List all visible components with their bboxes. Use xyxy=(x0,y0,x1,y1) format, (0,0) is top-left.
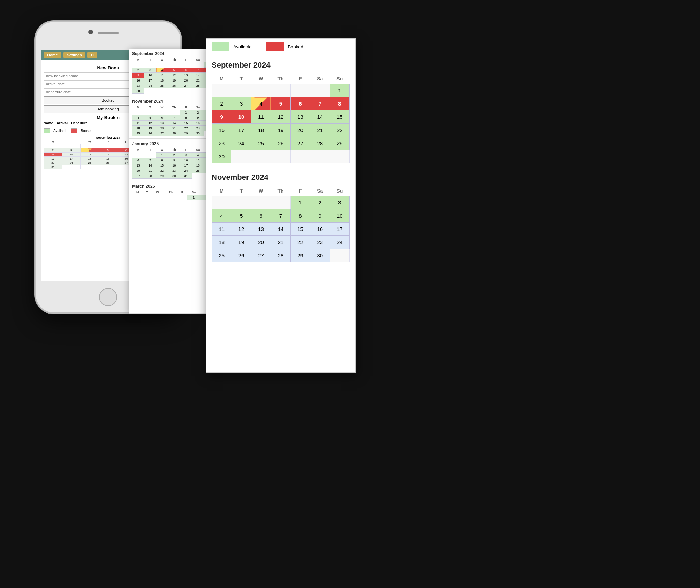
large-available-box xyxy=(212,42,229,51)
large-calendar-panel: Available Booked September 2024 MTWThFSa… xyxy=(206,38,356,373)
large-cal-nov: MTWThFSaSu 123 45678910 11121314151617 1… xyxy=(212,186,350,262)
nav-settings[interactable]: Settings xyxy=(63,52,85,58)
booked-legend-box xyxy=(71,128,77,133)
strip-cal-nov: MTWThFSaSu 123 45678910 11121314151617 1… xyxy=(132,105,216,136)
nav-home[interactable]: Home xyxy=(44,52,61,58)
large-nov2024: November 2024 MTWThFSaSu 123 45678910 11… xyxy=(206,167,355,266)
booked-label: Booked xyxy=(81,129,92,133)
phone-speaker xyxy=(98,32,119,34)
col-arrival: Arrival xyxy=(56,121,68,125)
strip-cal-mar: MTWThFSaSu 12 xyxy=(132,190,216,202)
large-sep-title: September 2024 xyxy=(212,61,350,70)
large-sep2024: September 2024 MTWThFSaSu 1 2345678 9101… xyxy=(206,55,355,167)
large-available-label: Available xyxy=(233,44,252,49)
nav-other[interactable]: H xyxy=(88,52,97,58)
available-legend-box xyxy=(44,128,50,133)
large-cal-sep: MTWThFSaSu 1 2345678 9101112131415 16171… xyxy=(212,74,350,163)
large-nov-title: November 2024 xyxy=(212,173,350,182)
large-booked-label: Booked xyxy=(288,44,303,49)
large-booked-box xyxy=(266,42,284,51)
phone-camera xyxy=(88,30,93,34)
available-label: Available xyxy=(53,129,67,133)
strip-jan-title: January 2025 xyxy=(132,141,216,146)
col-departure: Departure xyxy=(71,121,88,125)
strip-sep-title: September 2024 xyxy=(132,51,216,56)
large-legend: Available Booked xyxy=(206,39,355,55)
strip-cal-sep: MTWThFSaSu 1 2345678 9101112131415 16171… xyxy=(132,57,216,94)
col-name: Name xyxy=(44,121,53,125)
strip-cal-jan: MTWThFSaSu 12345 6789101112 131415161718… xyxy=(132,147,216,179)
strip-nov-title: November 2024 xyxy=(132,99,216,104)
strip-mar-title: March 2025 xyxy=(132,184,216,189)
phone-home-button[interactable] xyxy=(99,288,117,306)
